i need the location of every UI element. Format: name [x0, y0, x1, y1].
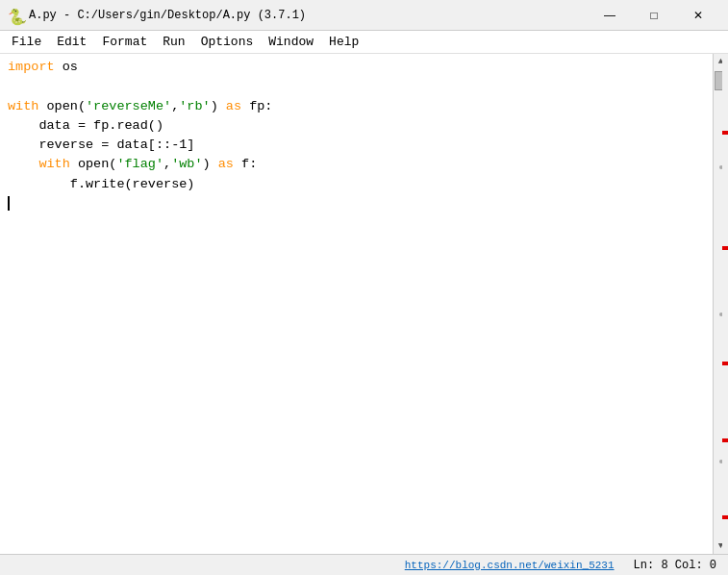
side-mark-3 [722, 362, 728, 365]
code-token: f: [234, 157, 257, 171]
status-link[interactable]: https://blog.csdn.net/weixin_5231 [405, 560, 615, 571]
code-line-2 [8, 77, 705, 96]
code-token: as [226, 99, 241, 113]
code-line-4: data = fp.read() [8, 116, 705, 136]
window-controls: — □ ✕ [588, 0, 720, 31]
code-token: ) [211, 99, 226, 113]
code-token: 'reverseMe' [86, 99, 171, 113]
menu-item-edit[interactable]: Edit [49, 33, 94, 51]
code-token: with [8, 99, 38, 113]
menu-item-window[interactable]: Window [261, 33, 321, 51]
side-mark-1 [722, 131, 728, 135]
menu-bar: FileEditFormatRunOptionsWindowHelp [0, 31, 728, 54]
code-area[interactable]: import os with open('reverseMe','rb') as… [0, 54, 713, 217]
title-bar: 🐍 A.py - C:/Users/gin/Desktop/A.py (3.7.… [0, 0, 728, 31]
title-text: A.py - C:/Users/gin/Desktop/A.py (3.7.1) [29, 9, 588, 22]
code-token: f.write(reverse) [8, 177, 194, 191]
code-token: ) [203, 157, 218, 171]
code-token: data = fp.read() [8, 118, 163, 133]
code-token: open( [70, 157, 117, 171]
status-bar: https://blog.csdn.net/weixin_5231 Ln: 8 … [0, 554, 728, 575]
minimize-button[interactable]: — [588, 0, 632, 31]
code-line-7: f.write(reverse) [8, 175, 705, 194]
close-button[interactable]: ✕ [676, 0, 720, 31]
text-cursor [8, 196, 17, 211]
menu-item-help[interactable]: Help [321, 33, 366, 51]
code-line-5: reverse = data[::-1] [8, 136, 705, 155]
code-token: os [55, 60, 78, 74]
maximize-button[interactable]: □ [632, 0, 676, 31]
code-line-6: with open('flag','wb') as f: [8, 155, 705, 174]
menu-item-options[interactable]: Options [193, 33, 262, 51]
menu-item-file[interactable]: File [4, 33, 49, 51]
cursor-position: Ln: 8 Col: 0 [634, 559, 716, 572]
code-line-8 [8, 194, 705, 213]
code-token: with [38, 157, 69, 171]
code-token: , [163, 157, 171, 171]
side-marks [722, 54, 728, 554]
code-line-1: import os [8, 58, 705, 77]
code-token: fp: [241, 99, 272, 113]
editor-container: import os with open('reverseMe','rb') as… [0, 54, 728, 554]
side-mark-4 [722, 438, 728, 442]
code-token: as [218, 157, 234, 171]
code-token: 'wb' [171, 157, 202, 171]
code-token [8, 157, 38, 171]
menu-item-format[interactable]: Format [94, 33, 155, 51]
code-token: open( [38, 99, 86, 113]
code-token: import [8, 60, 55, 74]
side-mark-2 [722, 246, 728, 250]
side-mark-5 [722, 515, 728, 519]
app-icon: 🐍 [8, 8, 23, 23]
code-token: 'rb' [179, 99, 210, 113]
editor-main[interactable]: import os with open('reverseMe','rb') as… [0, 54, 713, 554]
code-line-3: with open('reverseMe','rb') as fp: [8, 97, 705, 116]
code-token: 'flag' [116, 157, 163, 171]
code-token: reverse = data[::-1] [8, 138, 194, 152]
menu-item-run[interactable]: Run [155, 33, 192, 51]
